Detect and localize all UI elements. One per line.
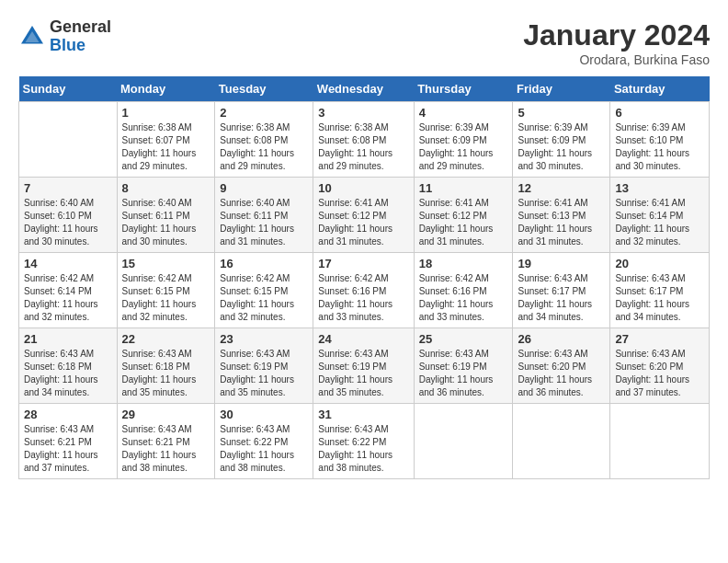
day-info: Sunrise: 6:43 AM Sunset: 6:20 PM Dayligh… bbox=[518, 348, 605, 399]
calendar-day-cell: 26Sunrise: 6:43 AM Sunset: 6:20 PM Dayli… bbox=[513, 328, 610, 404]
calendar-day-cell: 19Sunrise: 6:43 AM Sunset: 6:17 PM Dayli… bbox=[513, 253, 610, 328]
calendar-day-cell: 28Sunrise: 6:43 AM Sunset: 6:21 PM Dayli… bbox=[19, 404, 118, 479]
calendar-day-cell bbox=[19, 102, 118, 178]
calendar-day-cell: 21Sunrise: 6:43 AM Sunset: 6:18 PM Dayli… bbox=[19, 328, 118, 404]
logo-general: General bbox=[50, 18, 111, 37]
day-number: 7 bbox=[24, 181, 112, 195]
page-header: General Blue January 2024 Orodara, Burki… bbox=[18, 18, 710, 67]
weekday-header: Thursday bbox=[414, 76, 513, 102]
day-info: Sunrise: 6:43 AM Sunset: 6:19 PM Dayligh… bbox=[419, 348, 508, 399]
day-info: Sunrise: 6:43 AM Sunset: 6:21 PM Dayligh… bbox=[24, 423, 112, 475]
calendar-day-cell: 30Sunrise: 6:43 AM Sunset: 6:22 PM Dayli… bbox=[215, 404, 313, 479]
calendar-day-cell: 18Sunrise: 6:42 AM Sunset: 6:16 PM Dayli… bbox=[414, 253, 513, 328]
calendar-day-cell: 11Sunrise: 6:41 AM Sunset: 6:12 PM Dayli… bbox=[414, 178, 513, 253]
day-info: Sunrise: 6:43 AM Sunset: 6:20 PM Dayligh… bbox=[615, 348, 704, 399]
day-number: 13 bbox=[615, 181, 704, 195]
day-number: 20 bbox=[615, 257, 704, 270]
day-info: Sunrise: 6:41 AM Sunset: 6:14 PM Dayligh… bbox=[615, 197, 704, 248]
calendar-week-row: 1Sunrise: 6:38 AM Sunset: 6:07 PM Daylig… bbox=[19, 102, 710, 178]
calendar-day-cell bbox=[513, 404, 610, 479]
location: Orodara, Burkina Faso bbox=[523, 52, 710, 67]
day-info: Sunrise: 6:43 AM Sunset: 6:19 PM Dayligh… bbox=[220, 348, 308, 399]
day-info: Sunrise: 6:39 AM Sunset: 6:09 PM Dayligh… bbox=[419, 121, 508, 173]
day-number: 18 bbox=[419, 257, 508, 270]
month-title: January 2024 bbox=[523, 18, 710, 52]
calendar-day-cell: 9Sunrise: 6:40 AM Sunset: 6:11 PM Daylig… bbox=[215, 178, 313, 253]
day-number: 2 bbox=[220, 106, 308, 120]
day-info: Sunrise: 6:39 AM Sunset: 6:09 PM Dayligh… bbox=[518, 121, 605, 173]
calendar-day-cell: 20Sunrise: 6:43 AM Sunset: 6:17 PM Dayli… bbox=[610, 253, 710, 328]
calendar-day-cell bbox=[610, 404, 710, 479]
calendar-day-cell: 1Sunrise: 6:38 AM Sunset: 6:07 PM Daylig… bbox=[117, 102, 215, 178]
title-block: January 2024 Orodara, Burkina Faso bbox=[523, 18, 710, 67]
calendar-day-cell: 25Sunrise: 6:43 AM Sunset: 6:19 PM Dayli… bbox=[414, 328, 513, 404]
calendar-day-cell: 31Sunrise: 6:43 AM Sunset: 6:22 PM Dayli… bbox=[313, 404, 414, 479]
calendar-day-cell: 13Sunrise: 6:41 AM Sunset: 6:14 PM Dayli… bbox=[610, 178, 710, 253]
day-number: 3 bbox=[318, 106, 408, 120]
day-number: 5 bbox=[518, 106, 605, 120]
day-info: Sunrise: 6:38 AM Sunset: 6:07 PM Dayligh… bbox=[122, 121, 210, 173]
day-info: Sunrise: 6:38 AM Sunset: 6:08 PM Dayligh… bbox=[220, 121, 308, 173]
calendar-day-cell: 10Sunrise: 6:41 AM Sunset: 6:12 PM Dayli… bbox=[313, 178, 414, 253]
calendar-day-cell: 17Sunrise: 6:42 AM Sunset: 6:16 PM Dayli… bbox=[313, 253, 414, 328]
day-number: 10 bbox=[318, 181, 408, 195]
logo-text: General Blue bbox=[50, 18, 111, 55]
weekday-header-row: SundayMondayTuesdayWednesdayThursdayFrid… bbox=[19, 76, 710, 102]
day-info: Sunrise: 6:43 AM Sunset: 6:18 PM Dayligh… bbox=[122, 348, 210, 399]
day-info: Sunrise: 6:39 AM Sunset: 6:10 PM Dayligh… bbox=[615, 121, 704, 173]
calendar-week-row: 14Sunrise: 6:42 AM Sunset: 6:14 PM Dayli… bbox=[19, 253, 710, 328]
day-number: 8 bbox=[122, 181, 210, 195]
day-info: Sunrise: 6:43 AM Sunset: 6:19 PM Dayligh… bbox=[318, 348, 408, 399]
calendar-day-cell: 5Sunrise: 6:39 AM Sunset: 6:09 PM Daylig… bbox=[513, 102, 610, 178]
calendar-day-cell: 6Sunrise: 6:39 AM Sunset: 6:10 PM Daylig… bbox=[610, 102, 710, 178]
day-info: Sunrise: 6:38 AM Sunset: 6:08 PM Dayligh… bbox=[318, 121, 408, 173]
day-number: 26 bbox=[518, 332, 605, 346]
logo-icon bbox=[18, 23, 46, 51]
day-number: 16 bbox=[220, 257, 308, 270]
day-info: Sunrise: 6:40 AM Sunset: 6:11 PM Dayligh… bbox=[122, 197, 210, 248]
day-info: Sunrise: 6:41 AM Sunset: 6:12 PM Dayligh… bbox=[419, 197, 508, 248]
day-number: 11 bbox=[419, 181, 508, 195]
day-number: 1 bbox=[122, 106, 210, 120]
day-number: 12 bbox=[518, 181, 605, 195]
calendar-day-cell: 16Sunrise: 6:42 AM Sunset: 6:15 PM Dayli… bbox=[215, 253, 313, 328]
day-info: Sunrise: 6:41 AM Sunset: 6:13 PM Dayligh… bbox=[518, 197, 605, 248]
calendar-day-cell: 15Sunrise: 6:42 AM Sunset: 6:15 PM Dayli… bbox=[117, 253, 215, 328]
day-info: Sunrise: 6:41 AM Sunset: 6:12 PM Dayligh… bbox=[318, 197, 408, 248]
calendar-day-cell: 29Sunrise: 6:43 AM Sunset: 6:21 PM Dayli… bbox=[117, 404, 215, 479]
calendar-day-cell: 2Sunrise: 6:38 AM Sunset: 6:08 PM Daylig… bbox=[215, 102, 313, 178]
day-info: Sunrise: 6:43 AM Sunset: 6:17 PM Dayligh… bbox=[518, 272, 605, 324]
day-number: 25 bbox=[419, 332, 508, 346]
weekday-header: Saturday bbox=[610, 76, 710, 102]
calendar-day-cell: 14Sunrise: 6:42 AM Sunset: 6:14 PM Dayli… bbox=[19, 253, 118, 328]
day-number: 29 bbox=[122, 408, 210, 421]
day-number: 28 bbox=[24, 408, 112, 421]
calendar-week-row: 7Sunrise: 6:40 AM Sunset: 6:10 PM Daylig… bbox=[19, 178, 710, 253]
day-info: Sunrise: 6:42 AM Sunset: 6:16 PM Dayligh… bbox=[419, 272, 508, 324]
day-info: Sunrise: 6:42 AM Sunset: 6:14 PM Dayligh… bbox=[24, 272, 112, 324]
calendar-day-cell: 24Sunrise: 6:43 AM Sunset: 6:19 PM Dayli… bbox=[313, 328, 414, 404]
day-info: Sunrise: 6:43 AM Sunset: 6:18 PM Dayligh… bbox=[24, 348, 112, 399]
day-info: Sunrise: 6:42 AM Sunset: 6:16 PM Dayligh… bbox=[318, 272, 408, 324]
day-number: 4 bbox=[419, 106, 508, 120]
day-number: 30 bbox=[220, 408, 308, 421]
calendar-week-row: 28Sunrise: 6:43 AM Sunset: 6:21 PM Dayli… bbox=[19, 404, 710, 479]
calendar-table: SundayMondayTuesdayWednesdayThursdayFrid… bbox=[18, 76, 710, 479]
day-number: 15 bbox=[122, 257, 210, 270]
weekday-header: Friday bbox=[513, 76, 610, 102]
day-number: 31 bbox=[318, 408, 408, 421]
day-info: Sunrise: 6:43 AM Sunset: 6:21 PM Dayligh… bbox=[122, 423, 210, 475]
calendar-day-cell: 27Sunrise: 6:43 AM Sunset: 6:20 PM Dayli… bbox=[610, 328, 710, 404]
day-number: 14 bbox=[24, 257, 112, 270]
calendar-day-cell: 4Sunrise: 6:39 AM Sunset: 6:09 PM Daylig… bbox=[414, 102, 513, 178]
day-number: 9 bbox=[220, 181, 308, 195]
day-info: Sunrise: 6:40 AM Sunset: 6:11 PM Dayligh… bbox=[220, 197, 308, 248]
weekday-header: Monday bbox=[117, 76, 215, 102]
calendar-day-cell: 12Sunrise: 6:41 AM Sunset: 6:13 PM Dayli… bbox=[513, 178, 610, 253]
day-number: 22 bbox=[122, 332, 210, 346]
day-number: 27 bbox=[615, 332, 704, 346]
calendar-day-cell: 23Sunrise: 6:43 AM Sunset: 6:19 PM Dayli… bbox=[215, 328, 313, 404]
day-number: 21 bbox=[24, 332, 112, 346]
day-info: Sunrise: 6:42 AM Sunset: 6:15 PM Dayligh… bbox=[220, 272, 308, 324]
weekday-header: Tuesday bbox=[215, 76, 313, 102]
